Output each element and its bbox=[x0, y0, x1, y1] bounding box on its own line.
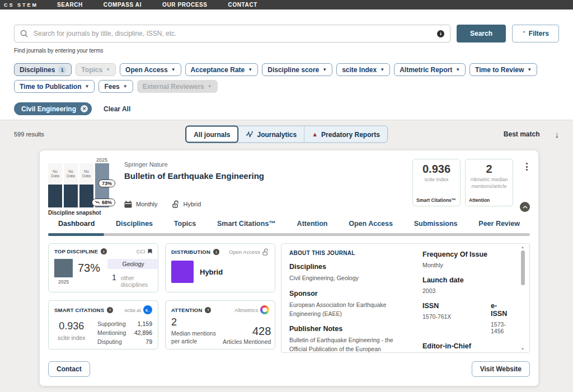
tab-predatory-reports[interactable]: ▲ Predatory Reports bbox=[304, 126, 387, 143]
search-info-icon[interactable]: i bbox=[437, 30, 444, 37]
issn-block: ISSN 1570-761X bbox=[422, 302, 491, 334]
articles-mentioned-value: 428 bbox=[252, 325, 271, 338]
tab-open-access[interactable]: Open Access bbox=[349, 220, 393, 228]
contact-button[interactable]: Contact bbox=[48, 361, 90, 377]
snapshot-bar bbox=[79, 185, 93, 207]
citation-row-mentioning: Mentioning 42,896 bbox=[97, 329, 152, 336]
about-publisher-notes-text: Bulletin of Earthquake Engineering - the… bbox=[289, 336, 408, 353]
tab-disciplines[interactable]: Disciplines bbox=[116, 220, 153, 228]
caret-down-icon: ▼ bbox=[380, 68, 384, 72]
filter-label: Acceptance Rate bbox=[191, 66, 245, 74]
filter-row-2: Time to Publication ▼ Fees ▼ External Re… bbox=[14, 80, 559, 93]
about-header: ABOUT THIS JOURNAL bbox=[289, 250, 408, 256]
tab-peer-review[interactable]: Peer Review bbox=[478, 220, 520, 228]
filter-scite-index[interactable]: scite Index ▼ bbox=[336, 63, 390, 76]
filter-label: Topics bbox=[81, 66, 102, 74]
editor-heading: Editor-in-Chief bbox=[422, 342, 513, 350]
filter-label: Open Access bbox=[125, 66, 168, 74]
caret-down-icon: ▼ bbox=[455, 68, 460, 72]
launch-date-heading: Launch date bbox=[422, 276, 513, 284]
filter-fees[interactable]: Fees ▼ bbox=[98, 80, 133, 93]
info-icon[interactable]: i bbox=[107, 307, 113, 313]
scite-index-value: 0.936 bbox=[59, 320, 84, 332]
remove-filter-icon[interactable]: ✕ bbox=[81, 105, 88, 112]
journalytics-pulse-icon bbox=[246, 131, 254, 138]
search-box[interactable]: i bbox=[14, 25, 450, 42]
about-scrollbar[interactable]: ▲ ▼ bbox=[520, 245, 525, 351]
articles-mentioned-label: Articles Mentioned bbox=[223, 338, 271, 345]
tab-scroll-track[interactable] bbox=[48, 233, 530, 236]
discipline-snapshot-chart: 2025 No Data No Data No Data bbox=[48, 157, 109, 212]
search-button[interactable]: Search bbox=[457, 25, 506, 42]
filters-toggle-button[interactable]: ⌃ Filters bbox=[512, 25, 559, 42]
chevron-up-icon: ⌃ bbox=[522, 31, 526, 36]
altmetrics-label: Altmetrics bbox=[234, 307, 258, 313]
no-data-label: No Data bbox=[64, 163, 78, 185]
tab-scroll-thumb[interactable] bbox=[48, 233, 104, 236]
filter-open-access[interactable]: Open Access ▼ bbox=[120, 63, 181, 76]
nav-item-search[interactable]: SEARCH bbox=[57, 2, 83, 8]
row-label: Disputing bbox=[97, 338, 122, 345]
tab-submissions[interactable]: Submissions bbox=[414, 220, 458, 228]
scroll-up-icon[interactable]: ▲ bbox=[521, 245, 524, 249]
sort-direction-icon[interactable]: ↓ bbox=[555, 130, 560, 139]
card-title: TOP DISCIPLINE bbox=[54, 248, 98, 254]
nav-item-compass-ai[interactable]: COMPASS AI bbox=[104, 2, 142, 8]
tab-smart-citations[interactable]: Smart Citations™ bbox=[217, 220, 276, 228]
sort-selector[interactable]: Best match bbox=[504, 130, 540, 138]
collapse-card-button[interactable] bbox=[520, 202, 530, 212]
search-input[interactable] bbox=[32, 29, 433, 38]
filter-acceptance-rate[interactable]: Acceptance Rate ▼ bbox=[185, 63, 259, 76]
scite-index-stat-box[interactable]: 0.936 scite Index Smart Citations™ bbox=[412, 159, 461, 206]
card-menu-kebab-icon[interactable] bbox=[525, 162, 529, 172]
distribution-card: DISTRIBUTION i Open Access Hybrid bbox=[165, 243, 275, 292]
filter-label: Discipline score bbox=[267, 66, 319, 74]
top-discipline-bar bbox=[54, 259, 73, 277]
caret-down-icon: ▼ bbox=[208, 84, 212, 89]
snapshot-bar bbox=[64, 185, 78, 207]
scrollbar-thumb[interactable] bbox=[521, 251, 525, 285]
clear-all-link[interactable]: Clear All bbox=[104, 105, 130, 113]
tab-topics[interactable]: Topics bbox=[174, 220, 196, 228]
snapshot-caption: Discipline snapshot bbox=[48, 210, 109, 216]
journal-title[interactable]: Bulletin of Earthquake Engineering bbox=[124, 171, 264, 181]
filter-disciplines[interactable]: Disciplines 1 bbox=[14, 63, 72, 76]
stat-label: scite Index bbox=[424, 177, 448, 183]
eissn-value: 1573-1456 bbox=[491, 321, 513, 334]
caret-down-icon: ▼ bbox=[248, 68, 252, 72]
filter-count-badge: 1 bbox=[58, 66, 66, 74]
card-title: ATTENTION bbox=[171, 307, 202, 313]
frequency-label: Monthly bbox=[136, 201, 158, 207]
altmetric-donut-icon bbox=[260, 305, 269, 314]
filter-time-to-review[interactable]: Time to Review ▼ bbox=[469, 63, 537, 76]
cci-label: CCI bbox=[137, 248, 145, 254]
tab-journalytics[interactable]: Journalytics bbox=[239, 126, 305, 143]
citation-row-disputing: Disputing 79 bbox=[97, 338, 152, 345]
tab-attention[interactable]: Attention bbox=[297, 220, 328, 228]
filter-label: Altmetric Report bbox=[400, 66, 452, 74]
about-disciplines-heading: Disciplines bbox=[289, 263, 408, 271]
info-icon[interactable]: i bbox=[213, 249, 219, 255]
filter-label: Disciplines bbox=[20, 66, 55, 74]
tab-all-journals[interactable]: All journals bbox=[185, 126, 238, 143]
tab-dashboard[interactable]: Dashboard bbox=[58, 220, 95, 228]
pct-label: 68% bbox=[102, 200, 112, 205]
filter-discipline-score[interactable]: Discipline score ▼ bbox=[262, 63, 332, 76]
discipline-chip-geology[interactable]: Geology bbox=[107, 259, 159, 269]
altmetric-stat-box[interactable]: 2 Altmetric median mentions/article Atte… bbox=[465, 159, 513, 206]
visit-website-button[interactable]: Visit Website bbox=[472, 361, 530, 377]
issn-value: 1570-761X bbox=[422, 313, 491, 320]
open-lock-icon bbox=[262, 248, 269, 256]
scroll-down-icon[interactable]: ▼ bbox=[521, 347, 524, 351]
nav-item-our-process[interactable]: OUR PROCESS bbox=[162, 2, 208, 8]
nav-item-contact[interactable]: CONTACT bbox=[228, 2, 257, 8]
filter-altmetric-report[interactable]: Altmetric Report ▼ bbox=[394, 63, 466, 76]
frequency-meta: Monthly bbox=[124, 201, 158, 208]
other-disciplines-label: other disciplines bbox=[121, 275, 159, 288]
info-icon[interactable]: i bbox=[101, 248, 107, 254]
filter-time-to-publication[interactable]: Time to Publication ▼ bbox=[14, 80, 95, 93]
stat-value: 0.936 bbox=[422, 163, 450, 175]
active-filter-chip-civil-engineering[interactable]: Civil Engineering ✕ bbox=[14, 102, 92, 115]
results-count: 599 results bbox=[14, 131, 44, 138]
info-icon[interactable]: i bbox=[205, 307, 211, 313]
